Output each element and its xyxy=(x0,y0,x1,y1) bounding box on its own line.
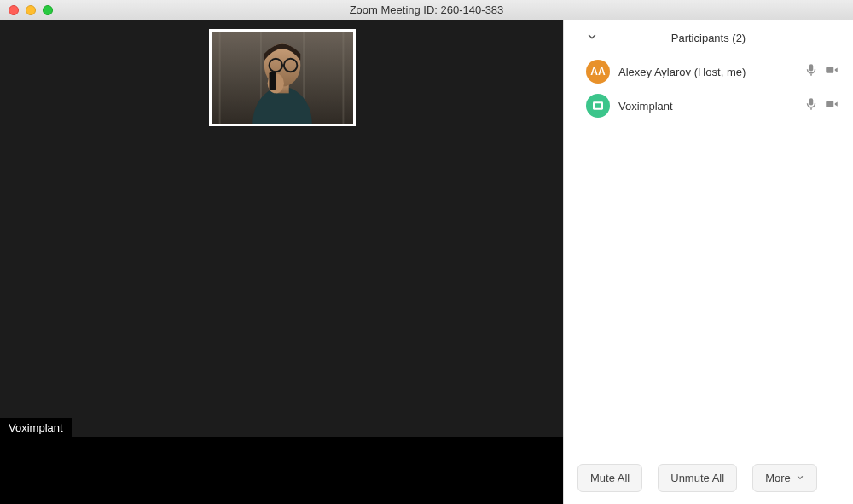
more-button[interactable]: More xyxy=(752,464,817,492)
participant-status-icons xyxy=(804,62,839,81)
button-label: More xyxy=(765,472,791,484)
participants-title: Participants (2) xyxy=(671,32,746,44)
chevron-down-icon xyxy=(796,473,804,484)
svg-rect-13 xyxy=(810,74,812,76)
participant-name: Alexey Aylarov (Host, me) xyxy=(618,66,795,78)
microphone-icon xyxy=(804,62,819,81)
video-camera-icon xyxy=(824,96,839,115)
avatar xyxy=(586,94,610,118)
participant-row[interactable]: Voximplant xyxy=(564,89,853,123)
main-stage: Voximplant xyxy=(0,20,563,437)
button-label: Mute All xyxy=(590,472,630,484)
participants-panel: Participants (2) AA Alexey Aylarov (Host… xyxy=(563,20,853,504)
collapse-panel-icon[interactable] xyxy=(586,31,598,45)
camera-feed-illustration xyxy=(212,32,353,124)
svg-rect-18 xyxy=(826,101,833,107)
window-title: Zoom Meeting ID: 260-140-383 xyxy=(0,3,853,16)
title-bar: Zoom Meeting ID: 260-140-383 xyxy=(0,0,853,20)
participant-name: Voximplant xyxy=(618,100,795,113)
participants-footer: Mute All Unmute All More xyxy=(564,452,853,504)
button-label: Unmute All xyxy=(670,472,724,484)
video-area: Voximplant xyxy=(0,20,563,504)
meeting-toolbar-area xyxy=(0,437,563,504)
active-speaker-label: Voximplant xyxy=(0,418,72,437)
video-camera-icon xyxy=(824,62,839,81)
voximplant-avatar-icon xyxy=(591,99,605,113)
participant-row[interactable]: AA Alexey Aylarov (Host, me) xyxy=(564,55,853,89)
self-view-thumbnail[interactable] xyxy=(209,29,356,126)
svg-rect-17 xyxy=(810,108,812,110)
zoom-window: Zoom Meeting ID: 260-140-383 xyxy=(0,0,853,504)
body: Voximplant Participants (2) AA Alexey Ay… xyxy=(0,20,853,504)
svg-rect-16 xyxy=(595,103,601,107)
microphone-icon xyxy=(804,96,819,115)
participants-header: Participants (2) xyxy=(564,20,853,55)
avatar-initials: AA xyxy=(590,66,605,78)
avatar: AA xyxy=(586,60,610,84)
svg-rect-12 xyxy=(270,72,276,90)
unmute-all-button[interactable]: Unmute All xyxy=(658,464,737,492)
svg-rect-14 xyxy=(826,67,833,73)
participant-status-icons xyxy=(804,96,839,115)
mute-all-button[interactable]: Mute All xyxy=(577,464,642,492)
participants-list: AA Alexey Aylarov (Host, me) xyxy=(564,55,853,452)
